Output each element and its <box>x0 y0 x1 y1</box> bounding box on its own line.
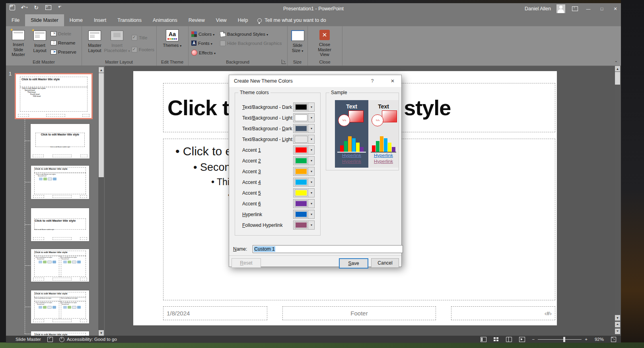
title-checkbox[interactable]: Title <box>132 35 147 41</box>
rename-button[interactable]: ⌶ Rename <box>51 41 75 45</box>
themes-button[interactable]: Aa Themes <box>161 29 183 57</box>
scrollbar-thumb[interactable] <box>99 73 104 177</box>
slideshow-view-icon[interactable] <box>519 337 525 342</box>
zoom-level-label[interactable]: 92% <box>595 337 604 342</box>
thumbnail-section-header-layout[interactable]: Click to edit Master title style Click t… <box>31 208 89 241</box>
thumbnail-title-slide-layout[interactable]: Click to edit Master title style Click t… <box>31 124 89 159</box>
thumbnail-comparison-layout[interactable]: Click to edit Master title style Click t… <box>31 290 89 323</box>
color-swatch-dropdown[interactable] <box>293 210 315 219</box>
color-swatch-dropdown[interactable] <box>293 178 315 187</box>
fonts-icon: A <box>191 41 197 46</box>
tab-file[interactable]: File <box>6 14 25 26</box>
dialog-close-button[interactable]: ✕ <box>384 75 401 87</box>
master-layout-button[interactable]: Master Layout <box>84 29 105 57</box>
tab-help[interactable]: Help <box>232 14 254 26</box>
normal-view-icon[interactable] <box>481 337 486 342</box>
fit-slide-to-window-icon[interactable] <box>611 337 616 342</box>
chevron-down-icon[interactable] <box>308 189 314 197</box>
cancel-button[interactable]: Cancel <box>371 258 399 268</box>
scrollbar-thumb[interactable] <box>615 72 620 85</box>
zoom-out-icon[interactable] <box>532 337 535 342</box>
insert-layout-button[interactable]: ✦ Insert Layout <box>29 29 51 57</box>
maximize-button[interactable]: □ <box>598 5 606 12</box>
tab-insert[interactable]: Insert <box>88 14 112 26</box>
tab-view[interactable]: View <box>210 14 232 26</box>
color-swatch-dropdown[interactable] <box>293 220 315 230</box>
tell-me-search[interactable]: Tell me what you want to do <box>257 14 326 26</box>
previous-slide-icon[interactable]: ⏶ <box>615 322 620 327</box>
chevron-down-icon[interactable] <box>308 103 314 111</box>
thumbnail-slide-master[interactable]: Click to edit Master title style Click t… <box>16 74 91 118</box>
collapse-ribbon-icon[interactable] <box>615 60 618 65</box>
insert-slide-master-button[interactable]: ✦ Insert Slide Master <box>8 29 29 57</box>
effects-button[interactable]: Effects <box>191 50 216 56</box>
spell-check-icon[interactable] <box>47 337 53 342</box>
tab-home[interactable]: Home <box>64 14 88 26</box>
save-button[interactable]: Save <box>339 258 368 269</box>
undo-icon[interactable]: ↶ <box>21 4 27 11</box>
save-icon[interactable] <box>9 4 16 11</box>
color-swatch-dropdown[interactable] <box>293 124 315 133</box>
chevron-down-icon[interactable] <box>308 167 314 176</box>
next-slide-icon[interactable]: ⏷ <box>615 329 620 334</box>
thumbnail-title-content-layout[interactable]: Click to edit Master title style Click t… <box>31 166 89 199</box>
chevron-down-icon[interactable] <box>308 114 314 122</box>
fonts-button[interactable]: A Fonts <box>191 41 212 46</box>
canvas-scrollbar[interactable]: ▲ ▼ ⏶ ⏷ <box>615 66 621 334</box>
zoom-in-icon[interactable] <box>585 337 588 342</box>
chevron-down-icon[interactable] <box>308 221 314 229</box>
color-swatch-dropdown[interactable] <box>293 135 315 144</box>
background-styles-button[interactable]: Background Styles <box>220 31 268 37</box>
scroll-up-icon[interactable]: ▲ <box>99 67 104 73</box>
color-swatch-dropdown[interactable] <box>293 113 315 122</box>
scroll-up-icon[interactable]: ▲ <box>615 66 620 72</box>
name-input[interactable]: Custom 1 <box>253 245 403 253</box>
slide-sorter-view-icon[interactable] <box>494 337 499 342</box>
slide-size-button[interactable]: Slide Size <box>287 29 308 57</box>
chevron-down-icon[interactable] <box>308 124 314 133</box>
start-from-beginning-icon[interactable] <box>45 4 51 11</box>
sample-bar <box>344 141 348 152</box>
tab-review[interactable]: Review <box>183 14 210 26</box>
footer-placeholder[interactable]: Footer <box>282 306 436 320</box>
thumbnail-scrollbar[interactable]: ▲ ▼ <box>98 67 104 336</box>
customize-qat-icon[interactable] <box>57 4 63 11</box>
zoom-slider[interactable] <box>532 337 588 342</box>
accessibility-status[interactable]: Accessibility: Good to go <box>59 337 117 342</box>
colors-button[interactable]: Colors <box>191 31 214 37</box>
tab-transitions[interactable]: Transitions <box>112 14 147 26</box>
ribbon-display-options-icon[interactable] <box>571 5 579 12</box>
tab-slide-master[interactable]: Slide Master <box>25 14 64 26</box>
color-swatch-dropdown[interactable] <box>293 199 315 208</box>
redo-icon[interactable]: ↻ <box>33 4 39 11</box>
chevron-down-icon[interactable] <box>308 199 314 208</box>
dialog-launcher-icon[interactable] <box>282 60 286 64</box>
color-swatch-dropdown[interactable] <box>293 167 315 176</box>
slide-number-placeholder[interactable]: ‹#› <box>451 306 555 320</box>
chevron-down-icon[interactable] <box>308 178 314 186</box>
avatar[interactable] <box>556 4 565 13</box>
chevron-down-icon[interactable] <box>308 157 314 165</box>
color-swatch-dropdown[interactable] <box>293 102 315 112</box>
dialog-help-button[interactable]: ? <box>366 75 378 87</box>
tab-animations[interactable]: Animations <box>147 14 183 26</box>
scroll-down-icon[interactable]: ▼ <box>615 315 620 321</box>
scroll-down-icon[interactable]: ▼ <box>99 330 104 336</box>
chevron-down-icon[interactable] <box>308 146 314 154</box>
thumbnail-two-content-layout[interactable]: Click to edit Master title style Click t… <box>31 249 89 282</box>
color-swatch-dropdown[interactable] <box>293 145 315 155</box>
signed-in-user[interactable]: Daniel Allen <box>525 6 551 12</box>
zoom-slider-thumb[interactable] <box>563 337 565 342</box>
date-placeholder[interactable]: 1/8/2024 <box>163 306 267 320</box>
theme-color-label: Hyperlink <box>235 212 262 217</box>
footers-checkbox[interactable]: Footers <box>132 47 154 52</box>
close-master-view-button[interactable]: ✕ Close Master View <box>314 29 335 57</box>
color-swatch-dropdown[interactable] <box>293 188 315 197</box>
preserve-button[interactable]: ➤ Preserve <box>51 50 76 54</box>
chevron-down-icon[interactable] <box>308 135 314 143</box>
close-button[interactable]: ✕ <box>611 5 619 12</box>
minimize-button[interactable]: — <box>584 5 592 12</box>
chevron-down-icon[interactable] <box>308 210 314 218</box>
reading-view-icon[interactable] <box>506 337 512 342</box>
color-swatch-dropdown[interactable] <box>293 156 315 165</box>
